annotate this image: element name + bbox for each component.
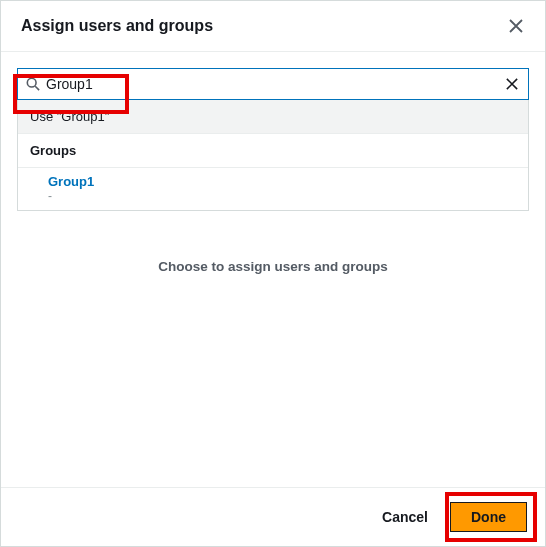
dropdown-section-groups: Groups	[18, 133, 528, 168]
clear-search-button[interactable]	[496, 78, 528, 90]
cancel-button[interactable]: Cancel	[374, 503, 436, 531]
dialog-title: Assign users and groups	[21, 17, 213, 35]
done-button[interactable]: Done	[450, 502, 527, 532]
dialog-footer: Cancel Done	[1, 487, 545, 546]
group-result-item[interactable]: Group1 -	[18, 168, 528, 210]
close-icon	[506, 78, 518, 90]
search-field[interactable]	[17, 68, 529, 100]
search-icon	[18, 77, 46, 91]
use-query-option[interactable]: Use "Group1"	[18, 100, 528, 133]
dialog-body: Use "Group1" Groups Group1 - Choose to a…	[1, 52, 545, 290]
empty-state-message: Choose to assign users and groups	[17, 259, 529, 274]
svg-line-1	[35, 86, 39, 90]
search-dropdown: Use "Group1" Groups Group1 -	[17, 100, 529, 211]
svg-point-0	[27, 78, 36, 87]
group-name: Group1	[48, 174, 516, 189]
close-icon	[509, 19, 523, 33]
close-button[interactable]	[505, 15, 527, 37]
dialog-header: Assign users and groups	[1, 1, 545, 52]
group-subtext: -	[48, 190, 516, 202]
search-input[interactable]	[46, 76, 496, 92]
